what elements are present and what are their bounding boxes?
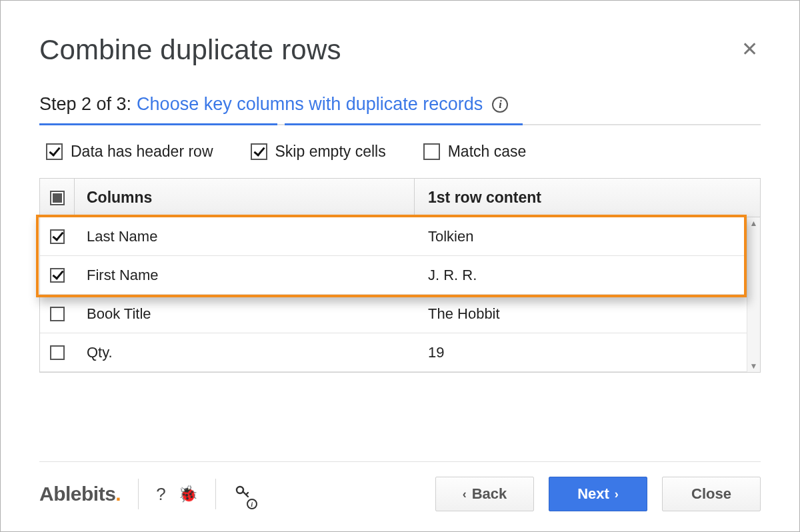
- bug-icon[interactable]: 🐞: [178, 485, 198, 503]
- brand-logo: Ablebits.: [39, 483, 121, 505]
- scroll-up-icon[interactable]: ▲: [750, 219, 758, 228]
- checkbox-skip-empty[interactable]: [251, 143, 267, 160]
- close-icon[interactable]: ✕: [739, 37, 761, 62]
- row-first-content: Tolkien: [415, 217, 760, 255]
- table-row[interactable]: Last NameTolkien: [40, 217, 760, 256]
- progress-bar: [39, 124, 761, 125]
- scrollbar[interactable]: ▲ ▼: [747, 217, 760, 372]
- row-first-content: 19: [415, 333, 760, 371]
- checkbox-match-case[interactable]: [423, 143, 440, 160]
- step-description: Choose key columns with duplicate record…: [137, 94, 483, 115]
- chevron-left-icon: ‹: [463, 487, 467, 501]
- option-label: Data has header row: [71, 143, 213, 161]
- step-indicator: Step 2 of 3: Choose key columns with dup…: [39, 94, 761, 115]
- select-all-cell[interactable]: [40, 179, 75, 217]
- footer-divider-vertical: [215, 479, 216, 509]
- scroll-down-icon[interactable]: ▼: [750, 361, 758, 371]
- chevron-right-icon: ›: [615, 487, 619, 501]
- back-button[interactable]: ‹ Back: [435, 477, 534, 511]
- next-button-label: Next: [577, 485, 609, 503]
- step-prefix: Step 2 of 3:: [39, 94, 131, 115]
- row-column-name: First Name: [75, 256, 415, 294]
- progress-segment-1: [39, 123, 277, 125]
- dialog-title: Combine duplicate rows: [39, 34, 341, 66]
- table-row[interactable]: Qty.19: [40, 333, 760, 372]
- dialog-header: Combine duplicate rows ✕: [39, 34, 761, 66]
- row-first-content: The Hobbit: [415, 295, 760, 333]
- brand-dot: .: [115, 483, 121, 505]
- next-button[interactable]: Next ›: [549, 477, 647, 511]
- columns-table: Columns 1st row content Last NameTolkien…: [39, 178, 761, 373]
- table-row[interactable]: First NameJ. R. R.: [40, 256, 760, 295]
- table-header: Columns 1st row content: [40, 179, 760, 217]
- column-header-first-row[interactable]: 1st row content: [415, 179, 760, 217]
- row-checkbox[interactable]: [50, 345, 65, 360]
- column-header-columns[interactable]: Columns: [75, 179, 415, 217]
- table-row[interactable]: Book TitleThe Hobbit: [40, 295, 760, 333]
- row-column-name: Last Name: [75, 217, 415, 255]
- row-checkbox-cell[interactable]: [40, 256, 75, 294]
- combine-rows-dialog: Combine duplicate rows ✕ Step 2 of 3: Ch…: [0, 0, 800, 532]
- option-skip-empty[interactable]: Skip empty cells: [251, 143, 386, 161]
- row-checkbox-cell[interactable]: [40, 333, 75, 371]
- key-info-badge: i: [247, 499, 257, 509]
- checkbox-select-all[interactable]: [50, 191, 65, 205]
- table-body: Last NameTolkienFirst NameJ. R. R.Book T…: [40, 217, 760, 372]
- help-icon[interactable]: ?: [156, 484, 165, 505]
- row-first-content: J. R. R.: [415, 256, 760, 294]
- row-checkbox[interactable]: [50, 268, 65, 283]
- close-button-label: Close: [691, 485, 731, 503]
- row-checkbox[interactable]: [50, 229, 65, 244]
- key-info-icon[interactable]: i: [233, 482, 253, 507]
- options-row: Data has header row Skip empty cells Mat…: [39, 143, 761, 161]
- option-label: Match case: [448, 143, 527, 161]
- row-checkbox-cell[interactable]: [40, 217, 75, 255]
- row-checkbox-cell[interactable]: [40, 295, 75, 333]
- option-match-case[interactable]: Match case: [423, 143, 527, 161]
- footer-divider-vertical: [138, 479, 139, 509]
- row-checkbox[interactable]: [50, 307, 65, 321]
- option-header-row[interactable]: Data has header row: [46, 143, 213, 161]
- info-icon[interactable]: i: [492, 97, 508, 113]
- checkbox-header-row[interactable]: [46, 143, 63, 160]
- close-button[interactable]: Close: [662, 477, 761, 511]
- progress-segment-2: [285, 123, 523, 125]
- svg-point-0: [237, 487, 243, 493]
- option-label: Skip empty cells: [275, 143, 386, 161]
- back-button-label: Back: [472, 485, 507, 503]
- footer: Ablebits. ? 🐞 i ‹ Back Next › Close: [39, 462, 761, 511]
- row-column-name: Book Title: [75, 295, 415, 333]
- row-column-name: Qty.: [75, 333, 415, 371]
